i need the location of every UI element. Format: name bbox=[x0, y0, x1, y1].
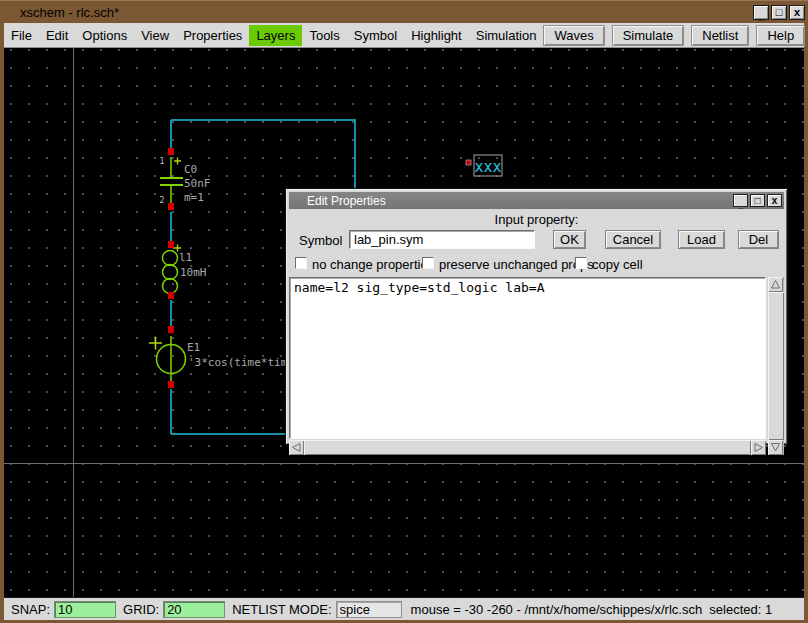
component-name: l1 bbox=[179, 251, 192, 264]
load-button[interactable]: Load bbox=[678, 230, 725, 249]
netlist-mode-input[interactable] bbox=[336, 601, 402, 618]
copy-cell-checkbox[interactable] bbox=[575, 257, 587, 269]
ok-button[interactable]: OK bbox=[553, 230, 586, 249]
symbol-input[interactable] bbox=[349, 230, 535, 249]
window-controls: _ □ x bbox=[753, 5, 805, 20]
component-value: 50nF bbox=[184, 177, 211, 190]
menu-properties[interactable]: Properties bbox=[176, 25, 249, 46]
menu-symbol[interactable]: Symbol bbox=[347, 25, 404, 46]
component-name: C0 bbox=[184, 163, 197, 176]
grid-label: GRID: bbox=[123, 602, 159, 617]
inductor-l1[interactable]: l1 10mH bbox=[163, 245, 207, 294]
menu-file[interactable]: File bbox=[4, 25, 39, 46]
property-textarea[interactable]: name=l2 sig_type=std_logic lab=A bbox=[289, 277, 766, 439]
help-button[interactable]: Help bbox=[756, 25, 805, 46]
waves-button[interactable]: Waves bbox=[543, 25, 604, 46]
checkbox-label: no change properties bbox=[312, 257, 434, 272]
menubar: File Edit Options View Properties Layers… bbox=[4, 23, 804, 48]
checkbox-label: preserve unchanged props bbox=[439, 257, 594, 272]
statusbar: SNAP: GRID: NETLIST MODE: mouse = -30 -2… bbox=[4, 597, 804, 620]
dialog-minimize-icon[interactable]: _ bbox=[733, 194, 748, 207]
net-label-text: xxx bbox=[474, 158, 501, 176]
window-title: xschem - rlc.sch* bbox=[20, 5, 753, 20]
edit-properties-dialog: Edit Properties _ □ x Input property: Sy… bbox=[286, 189, 787, 444]
scroll-up-icon[interactable] bbox=[768, 277, 783, 292]
component-name: E1 bbox=[187, 341, 200, 354]
simulate-button[interactable]: Simulate bbox=[612, 25, 685, 46]
input-property-label: Input property: bbox=[289, 212, 784, 227]
netlist-mode-label: NETLIST MODE: bbox=[232, 602, 331, 617]
close-icon[interactable]: x bbox=[789, 5, 805, 20]
netlist-button[interactable]: Netlist bbox=[691, 25, 749, 46]
plus-marker-icon bbox=[149, 337, 162, 350]
pin-number: 2 bbox=[160, 196, 165, 205]
scroll-right-icon[interactable] bbox=[751, 440, 766, 455]
property-text-block: name=l2 sig_type=std_logic lab=A bbox=[289, 277, 784, 455]
dialog-maximize-icon[interactable]: □ bbox=[750, 194, 765, 207]
component-value: 10mH bbox=[180, 266, 207, 279]
plus-marker-icon bbox=[174, 158, 181, 165]
menu-tools[interactable]: Tools bbox=[302, 25, 346, 46]
menu-options[interactable]: Options bbox=[75, 25, 134, 46]
xschem-window: xschem - rlc.sch* _ □ x File Edit Option… bbox=[0, 0, 808, 623]
menu-layers[interactable]: Layers bbox=[249, 25, 302, 46]
minimize-icon[interactable]: _ bbox=[753, 5, 769, 20]
net-label-xxx[interactable]: xxx bbox=[466, 155, 502, 176]
preserve-unchanged-props-checkbox[interactable] bbox=[422, 257, 434, 269]
dialog-close-icon[interactable]: x bbox=[767, 194, 782, 207]
cancel-button[interactable]: Cancel bbox=[605, 230, 661, 249]
no-change-properties-checkbox[interactable] bbox=[295, 257, 307, 269]
scroll-down-icon[interactable] bbox=[768, 440, 783, 455]
grid-input[interactable] bbox=[163, 601, 225, 618]
menu-edit[interactable]: Edit bbox=[39, 25, 75, 46]
component-attr: m=1 bbox=[184, 191, 204, 204]
scroll-left-icon[interactable] bbox=[289, 440, 304, 455]
symbol-row: Symbol OK Cancel Load Del bbox=[289, 230, 784, 250]
horizontal-scroll-thumb[interactable] bbox=[304, 440, 751, 455]
menu-view[interactable]: View bbox=[134, 25, 176, 46]
checkbox-row: no change properties preserve unchanged … bbox=[289, 256, 784, 272]
snap-label: SNAP: bbox=[11, 602, 50, 617]
dialog-titlebar[interactable]: Edit Properties _ □ x bbox=[289, 192, 784, 209]
snap-input[interactable] bbox=[54, 601, 116, 618]
vertical-scroll-thumb[interactable] bbox=[768, 292, 784, 440]
mouse-status-text: mouse = -30 -260 - /mnt/x/home/schippes/… bbox=[411, 602, 773, 617]
pin-number: 1 bbox=[160, 157, 165, 166]
window-titlebar[interactable]: xschem - rlc.sch* _ □ x bbox=[0, 0, 808, 23]
del-button[interactable]: Del bbox=[738, 230, 779, 249]
menu-simulation[interactable]: Simulation bbox=[469, 25, 544, 46]
capacitor-c0[interactable]: 1 2 C0 50nF m=1 bbox=[160, 157, 211, 206]
checkbox-label: copy cell bbox=[592, 257, 643, 272]
maximize-icon[interactable]: □ bbox=[771, 5, 787, 20]
dialog-title: Edit Properties bbox=[307, 194, 733, 208]
horizontal-scrollbar[interactable] bbox=[289, 440, 766, 455]
symbol-label: Symbol bbox=[299, 233, 342, 248]
vertical-scrollbar[interactable] bbox=[768, 277, 784, 455]
menu-highlight[interactable]: Highlight bbox=[404, 25, 469, 46]
